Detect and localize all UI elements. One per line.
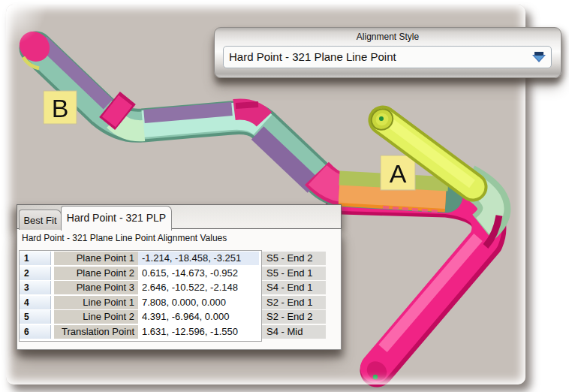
- svg-text:A: A: [390, 159, 407, 188]
- svg-text:B: B: [52, 94, 69, 122]
